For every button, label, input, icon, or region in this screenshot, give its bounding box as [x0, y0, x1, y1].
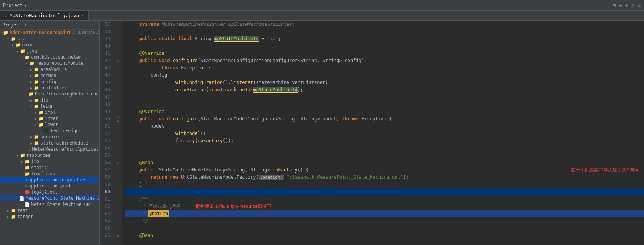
folder-icon: 📁 [11, 214, 16, 219]
sidebar-item-devicefeign[interactable]: ℹ DeviceFeign [0, 128, 99, 134]
code-line-57: public StateMachineModelFactory<String, … [125, 166, 644, 174]
sidebar-item-dto[interactable]: ▶ 📁 dto [0, 97, 99, 103]
sidebar-item-label: com.hdstcloud.meter [31, 54, 82, 60]
folder-icon: 📁 [25, 165, 30, 170]
code-line-62: * 开通计量点业务 把构建出来的uml放在resource目录下. [125, 203, 644, 210]
sidebar-item-label: inter [45, 116, 58, 121]
code-line-53: .factory(mpFactory()); [125, 137, 644, 145]
gutter-55 [114, 152, 122, 159]
settings-icon[interactable]: ⚙ [631, 2, 634, 8]
gutter-62 [114, 203, 122, 210]
folder-icon: 📁 [25, 171, 30, 176]
sidebar-item-label: controller [40, 85, 67, 90]
sidebar-item-resources[interactable]: ▾ 📁 resources [0, 152, 99, 158]
code-line-49: @Override [125, 108, 644, 115]
layout-icon[interactable]: ⊞ [613, 2, 616, 8]
gutter-60 [114, 188, 122, 196]
sidebar-item-lower[interactable]: ▾ 📁 lower [0, 122, 99, 128]
tab-file-icon: ☕ [5, 13, 7, 18]
sidebar-item-label: hdst-meter-measurepoint [10, 30, 71, 35]
gutter-53 [114, 137, 122, 145]
sidebar-item-root[interactable]: ▾ 📁 hdst-meter-measurepoint C:\Users\PC\… [0, 30, 99, 36]
code-line-59: } [125, 181, 644, 188]
sidebar-item-statemachinemodule[interactable]: ▶ 📁 statemachineModule [0, 140, 99, 146]
sidebar-item-static[interactable]: 📁 static [0, 164, 99, 171]
sidebar-item-label: main [22, 42, 33, 48]
arrow-icon: ▶ [5, 209, 11, 213]
sidebar-item-dataprocessing[interactable]: 📁 DataProcessingModule.controller [0, 91, 99, 97]
sidebar-item-lib[interactable]: ▶ 📁 lib [0, 158, 99, 164]
sidebar-item-common[interactable]: ▶ 📁 common [0, 72, 99, 79]
arrow-icon: ▾ [33, 123, 38, 127]
folder-icon: 📁 [15, 43, 21, 48]
gutter-63 [114, 210, 122, 217]
interface-icon: ℹ [43, 128, 48, 133]
sidebar-item-label: areaModule [40, 67, 67, 72]
sidebar-item-measurepoint-uml[interactable]: 📄 MeasurePoint_State_Machine.uml [0, 195, 99, 201]
close-icon[interactable]: × [638, 2, 641, 8]
sidebar-item-label: test [17, 208, 28, 213]
sidebar-item-feign[interactable]: ▾ 📁 feign [0, 103, 99, 109]
arrow-icon: ▶ [33, 117, 38, 121]
sidebar-item-config[interactable]: ▶ 📁 config [0, 79, 99, 85]
sidebar-item-label: static [31, 165, 47, 170]
sidebar-item-service[interactable]: ▶ 📁 service [0, 134, 99, 140]
top-icons: ⊞ ≡ ÷ ⚙ × [613, 2, 641, 8]
code-line-66: @Bean [125, 232, 644, 239]
code-content[interactable]: private MpStateMachineUrizinter mpStateM… [122, 21, 644, 245]
code-line-43: throws Exception { [125, 64, 644, 72]
gutter-46 [114, 86, 122, 94]
sidebar-header: Project ▾ [0, 21, 99, 30]
code-line-64: */ [125, 217, 644, 225]
gutter-41 [114, 50, 122, 57]
sidebar-item-label: Meter_State_Machine.uml [31, 202, 92, 207]
project-text: Project [3, 3, 23, 8]
sidebar-item-label: dto [40, 97, 48, 103]
sidebar-item-application-properties[interactable]: ⚙ application.properties [0, 177, 99, 183]
sidebar-item-application-yaml[interactable]: ⚙ application.yaml [0, 183, 99, 189]
code-line-40 [125, 43, 644, 50]
gutter-39 [114, 35, 122, 43]
gutter-52 [114, 130, 122, 137]
arrow-icon: ▶ [28, 80, 34, 84]
sidebar-item-templates[interactable]: 📁 templates [0, 171, 99, 177]
arrow-icon: ▶ [28, 86, 34, 90]
arrow-icon: ▶ [19, 159, 25, 164]
sidebar-item-measurepointmodule[interactable]: ▾ 📁 measurepointModule [0, 60, 99, 66]
code-line-41: @Override [125, 50, 644, 57]
sidebar-item-main[interactable]: ▾ 📁 main [0, 42, 99, 48]
sidebar-item-controller[interactable]: ▶ 📁 controller [0, 85, 99, 91]
sidebar-item-inter[interactable]: ▶ 📁 inter [0, 115, 99, 122]
sidebar-item-impl[interactable]: ▶ 📁 impl [0, 109, 99, 115]
arrow-icon: ▶ [5, 215, 11, 219]
sidebar-item-meter-uml[interactable]: 📄 Meter_State_Machine.uml [0, 201, 99, 207]
folder-icon: 📁 [11, 36, 16, 41]
sidebar-item-java[interactable]: ▾ 📁 java [0, 48, 99, 54]
sidebar-item-label: DataProcessingModule.controller [35, 91, 100, 97]
sidebar-item-label: src [17, 36, 25, 41]
uml-icon: 📄 [19, 196, 25, 201]
sidebar-item-metermeasurepointapp[interactable]: ☕ MeterMeasurePointApplication [0, 146, 99, 152]
gutter-42[interactable]: ◎ [114, 57, 122, 64]
code-line-46: .autoStartup(true).machineId(mpStateMach… [125, 86, 644, 94]
sidebar-item-com[interactable]: ▾ 📁 com.hdstcloud.meter [0, 54, 99, 60]
list-icon[interactable]: ≡ [619, 2, 622, 8]
code-line-45: .withConfiguration().listener(stateMachi… [125, 79, 644, 86]
code-line-51: model [125, 123, 644, 130]
sidebar-item-log4j2[interactable]: 🔴 log4j2.xml [0, 189, 99, 195]
folder-icon: 📁 [34, 67, 39, 72]
gutter-50[interactable]: ◎ ▶ [114, 115, 122, 123]
tab-mpstatemachineconfig[interactable]: ☕ MpStateMachineConfig.java × [0, 11, 89, 20]
tab-close-button[interactable]: × [81, 13, 84, 18]
code-line-42: public void configure(StateMachineConfig… [125, 57, 644, 64]
split-icon[interactable]: ÷ [625, 2, 628, 8]
gutter-66[interactable]: ◎ [114, 232, 122, 239]
gutter-56[interactable]: ◎ [114, 159, 122, 166]
sidebar-item-label: templates [31, 171, 55, 176]
sidebar-item-areamodule[interactable]: ▶ 📁 areaModule [0, 66, 99, 72]
arrow-icon: ▾ [10, 43, 15, 47]
sidebar-item-test[interactable]: ▶ 📁 test [0, 207, 99, 214]
sidebar-item-target[interactable]: ▶ 📁 target [0, 214, 99, 220]
sidebar-item-src[interactable]: ▾ 📁 src [0, 36, 99, 42]
dropdown-arrow[interactable]: ▾ [24, 3, 27, 8]
